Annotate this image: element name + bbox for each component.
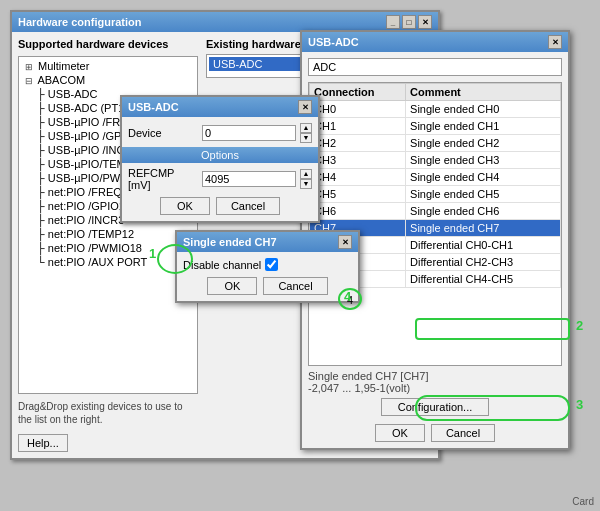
- comment-cell: Single ended CH2: [406, 135, 561, 152]
- table-row[interactable]: CH2Single ended CH2: [310, 135, 561, 152]
- ok-button[interactable]: OK: [160, 197, 210, 215]
- device-input[interactable]: [202, 125, 296, 141]
- options-label: Options: [122, 147, 318, 163]
- ch7-close-button[interactable]: ✕: [338, 235, 352, 249]
- table-row[interactable]: CH6Single ended CH6: [310, 203, 561, 220]
- tree-item-net-pio-temp12[interactable]: ├ net:PIO /TEMP12: [21, 227, 195, 241]
- cancel-button[interactable]: Cancel: [216, 197, 280, 215]
- usb-adc-cancel-button[interactable]: Cancel: [431, 424, 495, 442]
- minimize-button[interactable]: _: [386, 15, 400, 29]
- comment-cell: Differential CH0-CH1: [406, 237, 561, 254]
- usb-adc-dialog-title: USB-ADC: [128, 101, 179, 113]
- usb-adc-main-title: USB-ADC: [308, 36, 359, 48]
- table-row[interactable]: CH4Single ended CH4: [310, 169, 561, 186]
- expand-icon: ⊟: [25, 76, 35, 86]
- usb-adc-dialog-content: Device ▲ ▼ Options REFCMP [mV] ▲ ▼ OK Ca…: [122, 117, 318, 221]
- table-row[interactable]: CH0Single ended CH0: [310, 101, 561, 118]
- adc-header: ADC: [308, 58, 562, 76]
- connection-cell: CH0: [310, 101, 406, 118]
- usb-adc-dialog-close[interactable]: ✕: [298, 100, 312, 114]
- comment-cell: Single ended CH1: [406, 118, 561, 135]
- ok-cancel-row: OK Cancel: [308, 424, 562, 442]
- usb-adc-titlebar-buttons: ✕: [548, 35, 562, 49]
- channel-description: Single ended CH7 [CH7]: [308, 370, 562, 382]
- ch7-content: Disable channel OK Cancel: [177, 252, 358, 301]
- refcmp-spin-up[interactable]: ▲: [300, 169, 312, 179]
- comment-cell: Differential CH2-CH3: [406, 254, 561, 271]
- ch7-buttons: OK Cancel: [183, 277, 352, 295]
- col-comment: Comment: [406, 84, 561, 101]
- titlebar-buttons: _ □ ✕: [386, 15, 432, 29]
- config-row: Configuration...: [308, 398, 562, 416]
- ch7-titlebar: Single ended CH7 ✕: [177, 232, 358, 252]
- channel-table-container[interactable]: Connection Comment CH0Single ended CH0CH…: [308, 82, 562, 366]
- connection-cell: CH6: [310, 203, 406, 220]
- usb-adc-ok-button[interactable]: OK: [375, 424, 425, 442]
- usb-adc-main-titlebar: USB-ADC ✕: [302, 32, 568, 52]
- refcmp-spin-down[interactable]: ▼: [300, 179, 312, 189]
- connection-cell: CH4: [310, 169, 406, 186]
- refcmp-spinner[interactable]: ▲ ▼: [300, 169, 312, 189]
- close-button[interactable]: ✕: [418, 15, 432, 29]
- disable-checkbox[interactable]: [265, 258, 278, 271]
- comment-cell: Single ended CH4: [406, 169, 561, 186]
- table-row[interactable]: CH1Single ended CH1: [310, 118, 561, 135]
- connection-cell: CH5: [310, 186, 406, 203]
- supported-devices-label: Supported hardware devices: [18, 38, 198, 50]
- device-label: Device: [128, 127, 198, 139]
- comment-cell: Differential CH4-CH5: [406, 271, 561, 288]
- spin-up[interactable]: ▲: [300, 123, 312, 133]
- disable-channel-row: Disable channel: [183, 258, 352, 271]
- annotation-number-2: 2: [576, 318, 583, 333]
- comment-cell: Single ended CH0: [406, 101, 561, 118]
- table-row[interactable]: CH5Single ended CH5: [310, 186, 561, 203]
- connection-cell: CH3: [310, 152, 406, 169]
- ch7-title: Single ended CH7: [183, 236, 277, 248]
- device-row: Device ▲ ▼: [128, 123, 312, 143]
- ch7-dialog: Single ended CH7 ✕ Disable channel OK Ca…: [175, 230, 360, 303]
- ch7-cancel-button[interactable]: Cancel: [263, 277, 327, 295]
- tree-item-multimeter[interactable]: ⊞ Multimeter: [21, 59, 195, 73]
- usb-adc-dialog-titlebar: USB-ADC ✕: [122, 97, 318, 117]
- adc-bottom-text: Single ended CH7 [CH7] -2,047 ... 1,95-1…: [308, 370, 562, 394]
- usb-adc-config-dialog: USB-ADC ✕ Device ▲ ▼ Options REFCMP [mV]…: [120, 95, 320, 223]
- tree-item-abacom[interactable]: ⊟ ABACOM: [21, 73, 195, 87]
- expand-icon: ⊞: [25, 62, 35, 72]
- tree-item-net-pio-pwmio18[interactable]: ├ net:PIO /PWMIO18: [21, 241, 195, 255]
- ch7-ok-button[interactable]: OK: [207, 277, 257, 295]
- device-spinner[interactable]: ▲ ▼: [300, 123, 312, 143]
- table-row[interactable]: CH3Single ended CH3: [310, 152, 561, 169]
- channel-value: -2,047 ... 1,95-1(volt): [308, 382, 562, 394]
- main-titlebar: Hardware configuration _ □ ✕: [12, 12, 438, 32]
- connection-cell: CH1: [310, 118, 406, 135]
- bottom-note: Card: [572, 496, 594, 507]
- usb-adc-close-button[interactable]: ✕: [548, 35, 562, 49]
- comment-cell: Single ended CH3: [406, 152, 561, 169]
- connection-cell: CH2: [310, 135, 406, 152]
- col-connection: Connection: [310, 84, 406, 101]
- tree-item-net-pio-aux[interactable]: └ net:PIO /AUX PORT: [21, 255, 195, 269]
- configuration-button[interactable]: Configuration...: [381, 398, 490, 416]
- main-title: Hardware configuration: [18, 16, 141, 28]
- refcmp-row: REFCMP [mV] ▲ ▼: [128, 167, 312, 191]
- refcmp-label: REFCMP [mV]: [128, 167, 198, 191]
- dialog-buttons: OK Cancel: [128, 197, 312, 215]
- help-button[interactable]: Help...: [18, 434, 68, 452]
- comment-cell: Single ended CH7: [406, 220, 561, 237]
- spin-down[interactable]: ▼: [300, 133, 312, 143]
- drag-hint: Drag&Drop existing devices to use to the…: [18, 400, 198, 426]
- refcmp-input[interactable]: [202, 171, 296, 187]
- annotation-number-3: 3: [576, 397, 583, 412]
- disable-label: Disable channel: [183, 259, 261, 271]
- comment-cell: Single ended CH5: [406, 186, 561, 203]
- maximize-button[interactable]: □: [402, 15, 416, 29]
- comment-cell: Single ended CH6: [406, 203, 561, 220]
